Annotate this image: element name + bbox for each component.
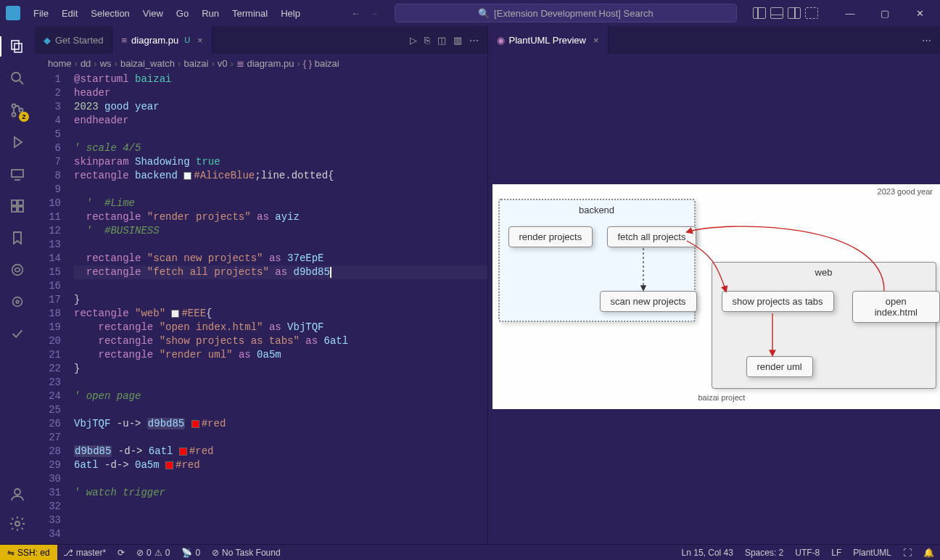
uml-box: render uml [746,356,813,377]
close-button[interactable]: ✕ [905,2,934,24]
tab-actions: ▷ ⎘ ◫ ▥ ⋯ [410,26,487,54]
spaces-status[interactable]: Spaces: 2 [739,548,789,558]
editor-left-pane: ◆ Get Started ≡ diagram.pu U × ▷ ⎘ ◫ ▥ ⋯… [35,26,488,544]
more-icon[interactable]: ⋯ [469,35,479,46]
split-icon[interactable]: ◫ [437,35,446,46]
ports-status[interactable]: 📡0 [176,548,206,558]
split-icon-2[interactable]: ▥ [453,35,462,46]
svg-rect-13 [18,207,23,212]
scm-icon[interactable]: 2 [0,96,35,125]
svg-point-18 [15,522,20,526]
branch-status[interactable]: ⎇master* [57,548,112,558]
more-icon[interactable]: ⋯ [922,35,931,46]
crumb[interactable]: v0 [218,58,228,69]
svg-rect-8 [12,170,23,177]
menu-item[interactable]: File [28,5,54,22]
tab-label: diagram.pu [131,35,178,46]
cursor-status[interactable]: Ln 15, Col 43 [676,548,739,558]
menu-item[interactable]: Selection [85,5,135,22]
bookmark-icon[interactable] [0,223,35,252]
encoding-status[interactable]: UTF-8 [789,548,825,558]
search-icon[interactable] [0,64,35,93]
ext-icon-2[interactable] [0,287,35,316]
close-icon[interactable]: × [197,35,203,46]
nav-back-icon[interactable]: ← [351,8,360,19]
menu-item[interactable]: Run [196,5,225,22]
run-icon[interactable]: ▷ [410,35,417,46]
extensions-icon[interactable] [0,192,35,221]
layout-icons [753,7,818,19]
nav-arrows: ← → [351,8,379,19]
uml-box: show projects as tabs [722,291,834,312]
ssh-status[interactable]: ⇋SSH: ed [0,545,57,561]
crumb[interactable]: baizai [184,58,208,69]
menubar: FileEditSelectionViewGoRunTerminalHelp ←… [0,0,940,26]
svg-point-16 [16,300,19,303]
menu-item[interactable]: Terminal [226,5,273,22]
layout-icon[interactable] [788,7,801,19]
bell-icon[interactable]: 🔔 [918,548,940,558]
remote-icon[interactable] [0,160,35,189]
svg-marker-7 [15,137,22,147]
explorer-icon[interactable] [0,32,35,61]
search-placeholder: [Extension Development Host] Search [494,8,654,19]
editor-right-pane: ◉ PlantUML Preview × ⋯ 2023 good year ba… [488,26,941,544]
settings-icon[interactable] [0,509,35,538]
close-icon[interactable]: × [593,35,599,46]
task-status[interactable]: ⊘No Task Found [206,548,286,558]
svg-rect-1 [15,44,22,52]
tab-diagram[interactable]: ≡ diagram.pu U × [112,26,212,54]
eol-status[interactable]: LF [825,548,847,558]
svg-line-3 [20,81,23,84]
crumb[interactable]: ws [100,58,112,69]
crumb[interactable]: { } baizai [303,58,339,69]
lang-status[interactable]: PlantUML [847,548,897,558]
account-icon[interactable] [0,480,35,509]
crumb[interactable]: home [48,58,72,69]
svg-point-17 [15,489,20,495]
search-input[interactable]: 🔍 [Extension Development Host] Search [395,4,737,22]
svg-point-15 [13,297,22,307]
ext-icon[interactable] [0,255,35,284]
uml-web-container: web [712,262,936,389]
app-logo [6,6,20,20]
svg-rect-0 [12,41,19,49]
preview-area[interactable]: 2023 good year backend render projects f… [488,54,941,544]
crumb[interactable]: dd [81,58,91,69]
activity-bar: 2 [0,26,35,544]
feedback-icon[interactable]: ⛶ [897,548,918,558]
layout-icon[interactable] [805,7,818,19]
problems-status[interactable]: ⊘0 ⚠0 [131,548,176,558]
check-icon[interactable] [0,319,35,348]
layout-icon[interactable] [753,7,766,19]
crumb[interactable]: baizai_watch [120,58,175,69]
preview-canvas: 2023 good year backend render projects f… [492,184,941,409]
uml-box: render projects [508,226,593,247]
uml-box: open index.html [852,291,941,323]
debug-icon[interactable] [0,128,35,157]
sync-status[interactable]: ⟳ [112,548,131,558]
menu-item[interactable]: Edit [56,5,83,22]
layout-icon[interactable] [770,7,783,19]
menu-item[interactable]: Go [170,5,194,22]
crumb[interactable]: ≣ diagram.pu [236,58,294,69]
compare-icon[interactable]: ⎘ [424,35,430,46]
svg-point-4 [12,104,16,108]
tabs-bar-left: ◆ Get Started ≡ diagram.pu U × ▷ ⎘ ◫ ▥ ⋯ [35,26,487,54]
tab-get-started[interactable]: ◆ Get Started [35,26,112,54]
status-bar: ⇋SSH: ed ⎇master* ⟳ ⊘0 ⚠0 📡0 ⊘No Task Fo… [0,544,940,560]
minimize-button[interactable]: — [836,2,865,24]
tab-modified-icon: U [184,36,190,44]
uml-box: fetch all projects [607,226,697,247]
breadcrumb[interactable]: home›dd›ws›baizai_watch›baizai›v0›≣ diag… [35,54,487,73]
menu-item[interactable]: Help [275,5,306,22]
uml-box: scan new projects [600,291,697,312]
code-editor[interactable]: 1234567891011121314151617181920212223242… [35,73,487,544]
preview-header: 2023 good year [878,187,933,196]
menu-item[interactable]: View [137,5,169,22]
nav-forward-icon[interactable]: → [369,8,379,19]
tab-preview[interactable]: ◉ PlantUML Preview × [488,26,609,54]
maximize-button[interactable]: ▢ [870,2,899,24]
svg-rect-12 [12,207,17,212]
tab-label: PlantUML Preview [509,35,586,46]
